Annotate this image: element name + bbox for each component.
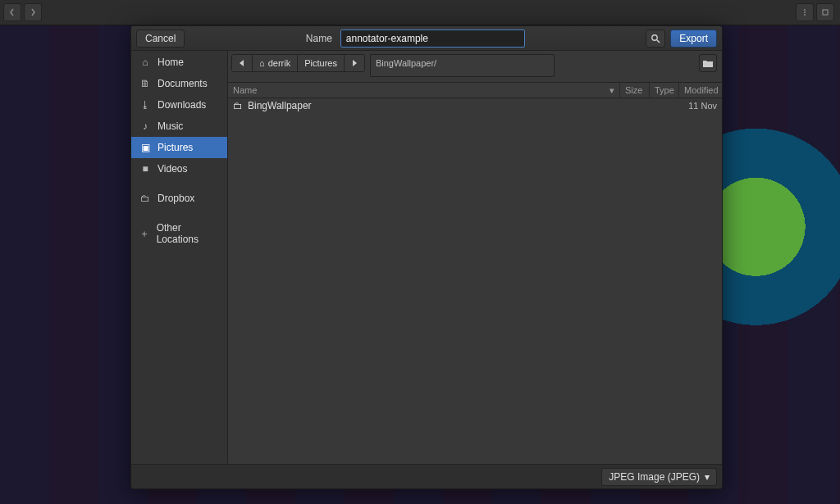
sidebar-item-music[interactable]: ♪ Music <box>131 116 227 137</box>
breadcrumb-back[interactable] <box>232 55 253 71</box>
sidebar-item-pictures[interactable]: ▣ Pictures <box>131 137 227 158</box>
home-icon: ⌂ <box>259 58 265 68</box>
sidebar-item-home[interactable]: ⌂ Home <box>131 52 227 73</box>
file-row[interactable]: 🗀 BingWallpaper 11 Nov <box>228 98 722 113</box>
column-header-modified[interactable]: Modified <box>679 83 722 98</box>
dropbox-icon: 🗀 <box>139 193 151 204</box>
sidebar-item-downloads[interactable]: ⭳ Downloads <box>131 94 227 116</box>
app-top-bar <box>0 0 840 25</box>
svg-point-1 <box>804 11 806 13</box>
column-header-type[interactable]: Type <box>650 83 679 98</box>
sidebar-item-documents[interactable]: 🗎 Documents <box>131 73 227 94</box>
format-label: JPEG Image (JPEG) <box>609 471 700 483</box>
svg-point-2 <box>804 14 806 16</box>
breadcrumb-pictures[interactable]: Pictures <box>298 55 345 71</box>
export-dialog: Cancel Name Export ⌂ Home 🗎 Documents ⭳ … <box>130 25 723 489</box>
filename-label: Name <box>306 33 332 44</box>
places-sidebar: ⌂ Home 🗎 Documents ⭳ Downloads ♪ Music ▣… <box>131 51 228 464</box>
file-format-dropdown[interactable]: JPEG Image (JPEG) ▾ <box>601 468 717 486</box>
sidebar-item-videos[interactable]: ■ Videos <box>131 158 227 179</box>
breadcrumb-label: derrik <box>268 58 291 68</box>
videos-icon: ■ <box>139 163 151 175</box>
svg-line-5 <box>657 40 660 43</box>
column-header-name[interactable]: Name ▾ <box>228 83 620 98</box>
square-icon <box>821 8 829 16</box>
file-name: BingWallpaper <box>248 100 312 111</box>
file-list[interactable]: 🗀 BingWallpaper 11 Nov <box>228 98 722 464</box>
dialog-footer: JPEG Image (JPEG) ▾ <box>131 464 722 488</box>
sidebar-item-label: Music <box>158 120 183 132</box>
content-pane: ⌂ derrik Pictures BingWallpaper/ <box>228 51 722 464</box>
triangle-left-icon <box>239 60 245 66</box>
sidebar-item-dropbox[interactable]: 🗀 Dropbox <box>131 188 227 209</box>
nav-back-button[interactable] <box>3 3 21 21</box>
file-modified: 11 Nov <box>674 101 717 111</box>
svg-rect-3 <box>823 10 828 15</box>
chevron-down-icon: ▾ <box>705 471 710 483</box>
downloads-icon: ⭳ <box>139 99 151 111</box>
breadcrumb-home[interactable]: ⌂ derrik <box>253 55 298 71</box>
column-header-size[interactable]: Size <box>620 83 650 98</box>
sidebar-item-label: Dropbox <box>158 193 194 204</box>
nav-forward-button[interactable] <box>24 3 42 21</box>
path-autocomplete[interactable]: BingWallpaper/ <box>370 54 555 77</box>
search-button[interactable] <box>646 30 665 48</box>
export-button[interactable]: Export <box>670 30 717 48</box>
svg-point-4 <box>652 34 657 39</box>
pictures-icon: ▣ <box>139 142 151 153</box>
app-settings-button[interactable] <box>816 3 834 21</box>
dialog-header: Cancel Name Export <box>131 26 722 51</box>
breadcrumb-forward[interactable] <box>345 55 364 71</box>
documents-icon: 🗎 <box>139 78 151 89</box>
breadcrumb: ⌂ derrik Pictures <box>231 54 365 72</box>
chevron-right-icon <box>29 8 37 16</box>
filename-input[interactable] <box>340 30 525 48</box>
home-icon: ⌂ <box>139 57 151 68</box>
music-icon: ♪ <box>139 120 151 132</box>
chevron-left-icon <box>8 8 16 16</box>
app-menu-button[interactable] <box>796 3 814 21</box>
sidebar-item-label: Downloads <box>158 99 206 111</box>
sort-indicator-icon: ▾ <box>609 85 614 96</box>
folder-icon: 🗀 <box>233 100 243 111</box>
sidebar-item-label: Pictures <box>158 142 193 153</box>
sidebar-item-label: Documents <box>158 78 208 89</box>
column-headers: Name ▾ Size Type Modified <box>228 82 722 98</box>
sidebar-item-label: Home <box>158 57 184 68</box>
triangle-right-icon <box>351 60 358 66</box>
plus-icon: ＋ <box>139 227 150 241</box>
cancel-button[interactable]: Cancel <box>136 30 185 48</box>
sidebar-item-label: Videos <box>158 163 187 175</box>
svg-point-0 <box>804 9 806 11</box>
sidebar-item-label: Other Locations <box>157 222 219 245</box>
breadcrumb-label: Pictures <box>304 58 337 68</box>
dots-icon <box>801 8 809 16</box>
new-folder-button[interactable] <box>699 54 717 72</box>
search-icon <box>651 34 660 43</box>
folder-plus-icon <box>703 59 713 67</box>
sidebar-item-other-locations[interactable]: ＋ Other Locations <box>131 217 227 250</box>
